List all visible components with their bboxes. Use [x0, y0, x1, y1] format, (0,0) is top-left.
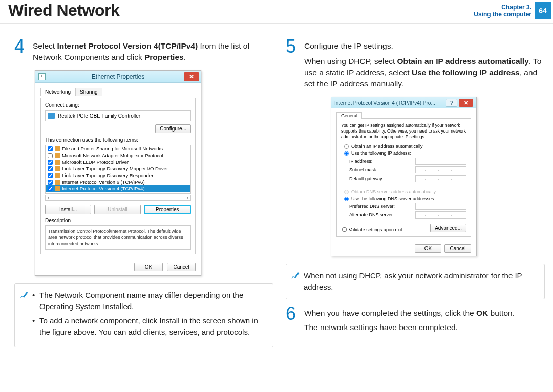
pdns-input[interactable]: . . .	[415, 203, 466, 210]
step-4: 4 Select Internet Protocol Version 4(TCP…	[14, 38, 273, 63]
note-text: When not using DHCP, ask your network ad…	[304, 270, 538, 293]
tab-networking[interactable]: Networking	[40, 88, 75, 96]
field-alternate-dns: Alternate DNS server:. . .	[349, 211, 466, 219]
adapter-icon	[48, 113, 55, 119]
scroll-left-icon[interactable]: ‹	[48, 195, 49, 200]
step-text: When you have completed the settings, cl…	[304, 306, 515, 333]
validate-checkbox[interactable]: Validate settings upon exit	[342, 227, 402, 232]
field-default-gateway: Default gateway:. . .	[349, 175, 466, 182]
note-icon	[290, 270, 301, 280]
ipv4-properties-window: Internet Protocol Version 4 (TCP/IPv4) P…	[331, 97, 477, 256]
properties-button[interactable]: Properties	[144, 205, 191, 214]
list-item[interactable]: Microsoft Network Adapter Multiplexor Pr…	[46, 152, 190, 159]
cancel-button[interactable]: Cancel	[444, 244, 471, 253]
subnet-input[interactable]: . . .	[415, 166, 466, 173]
adapter-name: Realtek PCIe GBE Family Controller	[58, 113, 140, 119]
advanced-button[interactable]: Advanced...	[430, 224, 466, 232]
close-icon[interactable]: ✕	[184, 72, 199, 81]
component-icon	[55, 153, 60, 158]
configure-button[interactable]: Configure...	[155, 124, 191, 133]
install-button[interactable]: Install...	[45, 205, 91, 214]
description-text: Transmission Control Protocol/Internet P…	[45, 225, 191, 250]
intro-text: You can get IP settings assigned automat…	[341, 123, 466, 140]
component-icon	[55, 186, 60, 191]
right-column: 5 Configure the IP settings. When using …	[286, 38, 545, 347]
ok-button[interactable]: OK	[415, 244, 441, 253]
components-listbox[interactable]: File and Printer Sharing for Microsoft N…	[45, 145, 191, 194]
component-icon	[55, 166, 60, 171]
list-item[interactable]: Internet Protocol Version 6 (TCP/IPv6)	[46, 179, 190, 185]
gateway-input[interactable]: . . .	[415, 175, 466, 182]
field-ip-address: IP address:. . .	[349, 158, 466, 165]
tab-general[interactable]: General	[336, 112, 362, 119]
component-icon	[55, 160, 60, 165]
ip-input[interactable]: . . .	[415, 158, 466, 165]
header-right: Chapter 3. Using the computer 64	[474, 2, 553, 19]
step-number: 5	[286, 38, 300, 90]
note-right: When not using DHCP, ask your network ad…	[286, 264, 545, 299]
close-icon[interactable]: ✕	[459, 99, 473, 107]
adapter-field: Realtek PCIe GBE Family Controller	[45, 110, 191, 121]
tab-sharing[interactable]: Sharing	[75, 88, 102, 96]
step-5: 5 Configure the IP settings. When using …	[286, 38, 545, 90]
connect-using-label: Connect using:	[45, 102, 191, 108]
radio-obtain-ip[interactable]: Obtain an IP address automatically	[344, 144, 466, 149]
note-left: The Network Component name may differ de…	[14, 283, 273, 347]
list-item[interactable]: Link-Layer Topology Discovery Responder	[46, 172, 190, 179]
list-item[interactable]: Link-Layer Topology Discovery Mapper I/O…	[46, 165, 190, 172]
radio-use-dns[interactable]: Use the following DNS server addresses:	[344, 196, 466, 201]
component-icon	[55, 180, 60, 185]
adns-input[interactable]: . . .	[415, 211, 466, 219]
cancel-button[interactable]: Cancel	[167, 263, 196, 271]
field-subnet-mask: Subnet mask:. . .	[349, 166, 466, 173]
step-number: 4	[14, 38, 29, 63]
component-icon	[55, 146, 60, 151]
help-icon[interactable]: ?	[446, 99, 457, 107]
left-column: 4 Select Internet Protocol Version 4(TCP…	[14, 38, 273, 347]
note-bullet: To add a network component, click Instal…	[32, 315, 267, 338]
window-title: Internet Protocol Version 4 (TCP/IPv4) P…	[334, 100, 446, 106]
radio-obtain-dns: Obtain DNS server address automatically	[344, 189, 466, 194]
step-6: 6 When you have completed the settings, …	[286, 306, 545, 333]
window-icon: ⋮	[38, 73, 46, 80]
window-titlebar: ⋮ Ethernet Properties ✕	[35, 71, 201, 83]
description-label: Description	[45, 217, 191, 223]
window-title: Ethernet Properties	[92, 73, 144, 80]
tab-strip: Networking Sharing	[40, 87, 196, 95]
chapter-label: Chapter 3.	[474, 4, 531, 11]
horizontal-scrollbar[interactable]: ‹›	[45, 195, 191, 201]
window-titlebar: Internet Protocol Version 4 (TCP/IPv4) P…	[331, 97, 476, 108]
chapter-info: Chapter 3. Using the computer	[474, 4, 531, 18]
ok-button[interactable]: OK	[134, 263, 163, 271]
ethernet-properties-window: ⋮ Ethernet Properties ✕ Networking Shari…	[35, 70, 201, 276]
note-icon	[19, 290, 29, 300]
scroll-right-icon[interactable]: ›	[187, 195, 188, 200]
note-bullets: The Network Component name may differ de…	[32, 290, 267, 341]
uses-items-label: This connection uses the following items…	[45, 137, 191, 143]
step-text: Configure the IP settings. When using DH…	[304, 38, 545, 90]
list-item[interactable]: File and Printer Sharing for Microsoft N…	[46, 145, 190, 152]
list-item-selected[interactable]: Internet Protocol Version 4 (TCP/IPv4)	[46, 185, 190, 192]
field-preferred-dns: Preferred DNS server:. . .	[349, 203, 466, 210]
page-header: Wired Network Chapter 3. Using the compu…	[0, 0, 553, 24]
chapter-sub: Using the computer	[474, 11, 531, 18]
step-number: 6	[286, 306, 300, 333]
page-title: Wired Network	[8, 1, 119, 20]
step-text: Select Internet Protocol Version 4(TCP/I…	[33, 38, 273, 63]
component-icon	[55, 173, 60, 178]
note-bullet: The Network Component name may differ de…	[32, 290, 267, 312]
uninstall-button[interactable]: Uninstall	[94, 205, 140, 214]
page-number-badge: 64	[535, 2, 551, 19]
radio-use-ip[interactable]: Use the following IP address:	[344, 150, 466, 156]
list-item[interactable]: Microsoft LLDP Protocol Driver	[46, 159, 190, 165]
